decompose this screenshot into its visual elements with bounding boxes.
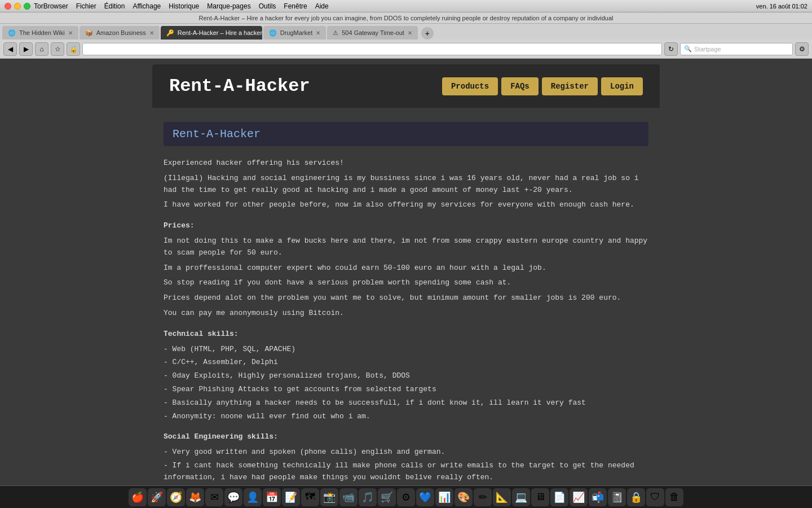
dock-maps[interactable]: 🗺	[301, 488, 319, 506]
dock-mail[interactable]: ✉	[205, 488, 223, 506]
dock-calendar[interactable]: 📅	[263, 488, 281, 506]
tab-amazon[interactable]: 📦 Amazon Business ✕	[80, 26, 160, 40]
home-button[interactable]: ⌂	[35, 42, 48, 56]
dock-facetime[interactable]: 📹	[339, 488, 358, 506]
minimize-window-button[interactable]	[14, 3, 21, 10]
dock-indesign[interactable]: 📐	[493, 488, 511, 506]
page-title-text: Rent-A-Hacker – Hire a hacker for every …	[199, 15, 614, 21]
title-bar-right: ven. 16 août 01:02	[756, 3, 807, 10]
dock-music[interactable]: 🎵	[359, 488, 377, 506]
list-item: - If i cant hack something technically i…	[164, 460, 648, 484]
tab-close-gateway[interactable]: ✕	[408, 30, 412, 36]
dock-word[interactable]: 📄	[550, 488, 568, 506]
refresh-button[interactable]: ↻	[664, 42, 678, 56]
tab-favicon: 🔑	[166, 29, 174, 37]
tab-close-amazon[interactable]: ✕	[149, 30, 154, 36]
dock-vpn[interactable]: 🛡	[646, 488, 664, 506]
tab-favicon: 📦	[85, 29, 93, 37]
dock-photos[interactable]: 📸	[320, 488, 338, 506]
menu-bar: TorBrowser Fichier Édition Affichage His…	[34, 2, 329, 10]
list-item: - C/C++, Assembler, Delphi	[164, 357, 648, 369]
menu-historique[interactable]: Historique	[169, 2, 199, 10]
menu-outils[interactable]: Outils	[259, 2, 276, 10]
faqs-button[interactable]: FAQs	[501, 77, 539, 95]
dock-tor[interactable]: 🔒	[627, 488, 645, 506]
tab-gateway[interactable]: ⚠ 504 Gateway Time-out ✕	[327, 26, 418, 40]
prices-line-3: So stop reading if you dont have a serio…	[164, 277, 648, 289]
site-nav-buttons: Products FAQs Register Login	[442, 77, 643, 95]
dock-systemprefs[interactable]: ⚙	[397, 488, 415, 506]
menu-affichage[interactable]: Affichage	[133, 2, 161, 10]
address-bar[interactable]	[82, 43, 662, 55]
intro-line-3: I have worked for other people before, n…	[164, 199, 648, 211]
forward-button[interactable]: ▶	[19, 42, 33, 56]
close-window-button[interactable]	[5, 3, 11, 10]
list-item: - Basically anything a hacker needs to b…	[164, 397, 648, 409]
dock-skype[interactable]: 💙	[416, 488, 434, 506]
tab-label: DrugMarket	[280, 29, 312, 36]
search-placeholder: Startpage	[694, 46, 721, 52]
page-heading-title: Rent-A-Hacker	[173, 128, 639, 141]
settings-button[interactable]: ⚙	[795, 42, 809, 56]
menu-marquepages[interactable]: Marque-pages	[207, 2, 250, 10]
tab-label: 504 Gateway Time-out	[342, 29, 404, 36]
back-button[interactable]: ◀	[3, 42, 17, 56]
window-controls	[5, 3, 30, 10]
login-button[interactable]: Login	[601, 77, 643, 95]
social-heading: Social Engineering skills:	[164, 431, 648, 443]
tabs-bar: 🌐 The Hidden Wiki ✕ 📦 Amazon Business ✕ …	[0, 24, 812, 40]
datetime: ven. 16 août 01:02	[756, 3, 807, 10]
menu-edition[interactable]: Édition	[104, 2, 125, 10]
dock-messages[interactable]: 💬	[224, 488, 242, 506]
dock-contacts[interactable]: 👤	[244, 488, 262, 506]
content-area: Rent-A-Hacker Experienced hacker offerin…	[152, 113, 660, 485]
list-item: - Very good written and spoken (phone ca…	[164, 446, 648, 458]
prices-line-4: Prices depend alot on the problem you wa…	[164, 292, 648, 304]
site-header: Rent-A-Hacker Products FAQs Register Log…	[152, 64, 660, 108]
intro-line-2: (Illegal) Hacking and social engineering…	[164, 173, 648, 196]
register-button[interactable]: Register	[542, 77, 598, 95]
dock-outlook[interactable]: 📬	[589, 488, 607, 506]
maximize-window-button[interactable]	[24, 3, 30, 10]
dock-appstore[interactable]: 🛒	[378, 488, 396, 506]
tab-favicon: 🌐	[8, 29, 16, 37]
new-tab-button[interactable]: +	[421, 27, 434, 40]
dock-trash[interactable]: 🗑	[665, 488, 683, 506]
dock-finder[interactable]: 🍎	[129, 488, 147, 506]
dock-terminal[interactable]: 💻	[512, 488, 530, 506]
tab-label: Rent-A-Hacker – Hire a hacker ...	[178, 29, 262, 36]
tab-hidden-wiki[interactable]: 🌐 The Hidden Wiki ✕	[2, 26, 78, 40]
products-button[interactable]: Products	[442, 77, 498, 95]
dock-notes[interactable]: 📝	[282, 488, 300, 506]
dock-firefox[interactable]: 🦊	[186, 488, 204, 506]
dock-office[interactable]: 📊	[435, 488, 453, 506]
prices-line-1: Im not doing this to make a few bucks he…	[164, 235, 648, 259]
tab-label: Amazon Business	[96, 29, 146, 36]
bookmark-button[interactable]: ☆	[51, 42, 64, 56]
dock-launchpad[interactable]: 🚀	[148, 488, 166, 506]
dock-illustrator[interactable]: ✏	[474, 488, 492, 506]
browser-title-bar: Rent-A-Hacker – Hire a hacker for every …	[0, 12, 812, 24]
menu-torbrowser[interactable]: TorBrowser	[34, 2, 68, 10]
dock-excel[interactable]: 📈	[570, 488, 588, 506]
content-text: Experienced hacker offering his services…	[164, 157, 648, 485]
intro-line-1: Experienced hacker offering his services…	[164, 157, 648, 169]
list-item: - Anonymity: noone will ever find out wh…	[164, 411, 648, 423]
search-icon: 🔍	[684, 45, 692, 52]
tab-rent-a-hacker[interactable]: 🔑 Rent-A-Hacker – Hire a hacker ... ✕	[161, 26, 262, 40]
dock-photoshop[interactable]: 🎨	[454, 488, 473, 506]
dock-onenote[interactable]: 📓	[608, 488, 626, 506]
menu-fichier[interactable]: Fichier	[76, 2, 96, 10]
tab-favicon: 🌐	[269, 29, 277, 37]
tab-close-hidden-wiki[interactable]: ✕	[68, 30, 73, 36]
technical-list: - Web (HTML, PHP, SQL, APACHE) - C/C++, …	[164, 344, 648, 423]
menu-aide[interactable]: Aide	[315, 2, 329, 10]
tab-drug-market[interactable]: 🌐 DrugMarket ✕	[263, 26, 326, 40]
tab-close-drug[interactable]: ✕	[316, 30, 320, 36]
dock-safari[interactable]: 🧭	[167, 488, 185, 506]
menu-fenetre[interactable]: Fenêtre	[284, 2, 307, 10]
search-box[interactable]: 🔍 Startpage	[680, 43, 793, 55]
tab-favicon: ⚠	[333, 29, 338, 37]
list-item: - 0day Exploits, Highly personalized tro…	[164, 370, 648, 382]
dock-vmware[interactable]: 🖥	[531, 488, 549, 506]
